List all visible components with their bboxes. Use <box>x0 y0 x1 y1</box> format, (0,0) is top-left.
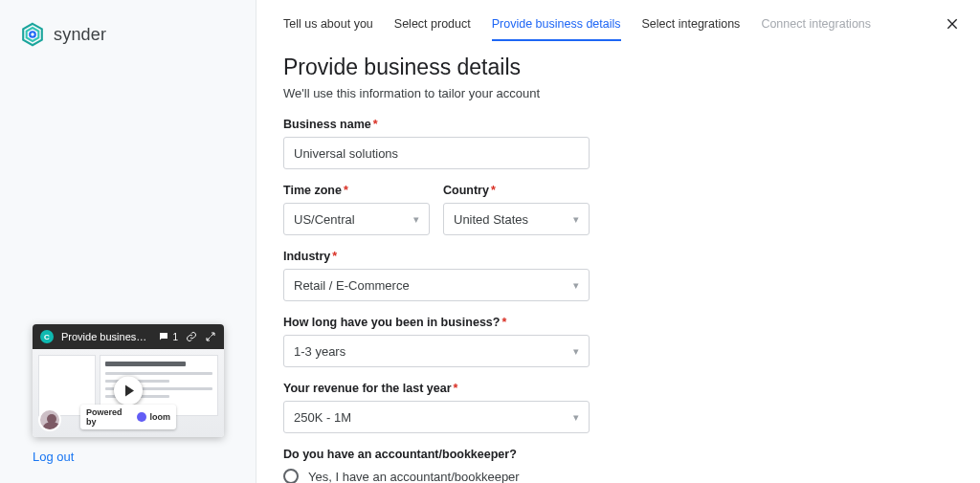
tenure-select[interactable]: 1-3 years ▾ <box>283 335 590 367</box>
sidebar: synder C Provide business d... 1 <box>0 0 256 483</box>
step-select-product[interactable]: Select product <box>394 17 471 41</box>
label-country: Country* <box>443 184 590 197</box>
page-title: Provide business details <box>283 55 953 80</box>
svg-point-0 <box>30 32 35 37</box>
field-revenue: Your revenue for the last year* 250K - 1… <box>283 382 590 433</box>
brand-name: synder <box>54 25 106 45</box>
label-business-name: Business name* <box>283 118 590 131</box>
time-zone-select[interactable]: US/Central ▾ <box>283 203 430 235</box>
field-time-zone: Time zone* US/Central ▾ <box>283 184 430 235</box>
video-topbar: C Provide business d... 1 <box>33 324 224 349</box>
video-title: Provide business d... <box>61 331 150 342</box>
step-tell-us[interactable]: Tell us about you <box>283 17 373 41</box>
logout-link[interactable]: Log out <box>33 450 74 464</box>
step-connect-integrations: Connect integrations <box>761 17 871 41</box>
page-subtitle: We'll use this information to tailor you… <box>283 86 953 100</box>
step-business-details[interactable]: Provide business details <box>492 17 621 41</box>
main-content: Tell us about you Select product Provide… <box>256 0 980 483</box>
video-comments[interactable]: 1 <box>158 331 178 342</box>
country-select[interactable]: United States ▾ <box>443 203 590 235</box>
chevron-down-icon: ▾ <box>573 279 579 292</box>
revenue-select[interactable]: 250K - 1M ▾ <box>283 401 590 433</box>
field-industry: Industry* Retail / E-Commerce ▾ <box>283 250 590 301</box>
presenter-avatar <box>38 408 61 431</box>
close-button[interactable] <box>942 13 963 34</box>
video-thumbnail[interactable]: Powered by loom <box>33 349 224 437</box>
field-business-name: Business name* <box>283 118 590 169</box>
loom-icon <box>137 412 146 422</box>
chevron-down-icon: ▾ <box>573 411 579 424</box>
business-name-input[interactable] <box>294 146 579 161</box>
logo-icon <box>19 21 46 48</box>
brand-logo: synder <box>19 21 236 48</box>
label-industry: Industry* <box>283 250 590 263</box>
field-accountant: Do you have an accountant/bookkeeper? Ye… <box>283 448 590 483</box>
chevron-down-icon: ▾ <box>413 213 419 226</box>
field-country: Country* United States ▾ <box>443 184 590 235</box>
label-revenue: Your revenue for the last year* <box>283 382 590 395</box>
label-time-zone: Time zone* <box>283 184 430 197</box>
field-tenure: How long have you been in business?* 1-3… <box>283 316 590 367</box>
label-tenure: How long have you been in business?* <box>283 316 590 329</box>
comment-icon <box>158 331 169 342</box>
chevron-down-icon: ▾ <box>573 345 579 358</box>
video-avatar-badge: C <box>40 330 54 343</box>
radio-icon <box>283 469 299 483</box>
step-select-integrations[interactable]: Select integrations <box>642 17 741 41</box>
industry-select[interactable]: Retail / E-Commerce ▾ <box>283 269 590 301</box>
chevron-down-icon: ▾ <box>573 213 579 226</box>
radio-accountant-yes[interactable]: Yes, I have an accountant/bookkeeper <box>283 469 590 483</box>
help-video-card[interactable]: C Provide business d... 1 <box>33 324 224 437</box>
close-icon <box>945 16 960 32</box>
business-details-form: Business name* Time zone* US/Central ▾ C… <box>283 118 590 483</box>
expand-icon[interactable] <box>205 331 216 342</box>
label-accountant: Do you have an accountant/bookkeeper? <box>283 448 590 461</box>
link-icon[interactable] <box>186 331 197 342</box>
business-name-input-wrap[interactable] <box>283 137 590 169</box>
play-icon[interactable] <box>114 377 143 406</box>
onboarding-stepper: Tell us about you Select product Provide… <box>283 17 953 41</box>
powered-by-pill: Powered by loom <box>80 405 176 429</box>
